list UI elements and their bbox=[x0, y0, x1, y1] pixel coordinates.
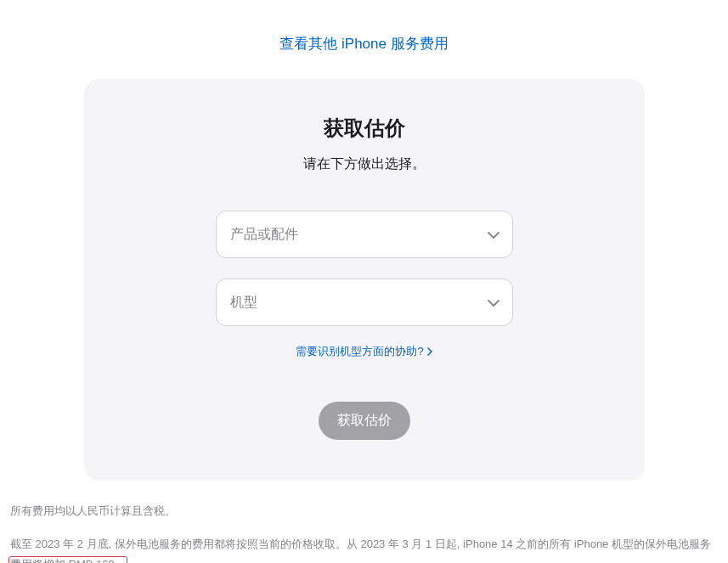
chevron-right-icon bbox=[427, 347, 432, 356]
identify-model-help-link[interactable]: 需要识别机型方面的协助? bbox=[296, 344, 432, 359]
product-select-placeholder: 产品或配件 bbox=[230, 226, 298, 244]
disclaimer-line1: 所有费用均以人民币计算且含税。 bbox=[10, 501, 718, 522]
other-iphone-services-link[interactable]: 查看其他 iPhone 服务费用 bbox=[279, 36, 448, 52]
model-select[interactable]: 机型 bbox=[216, 279, 513, 326]
help-link-label: 需要识别机型方面的协助? bbox=[296, 344, 423, 359]
disclaimer-section: 所有费用均以人民币计算且含税。 截至 2023 年 2 月底, 保外电池服务的费… bbox=[0, 481, 728, 563]
get-estimate-button[interactable]: 获取估价 bbox=[319, 402, 410, 440]
card-subtitle: 请在下方做出选择。 bbox=[118, 155, 611, 173]
product-select[interactable]: 产品或配件 bbox=[216, 211, 513, 258]
price-increase-highlight: 费用将增加 RMB 169。 bbox=[10, 558, 126, 563]
model-select-placeholder: 机型 bbox=[230, 294, 257, 312]
card-title: 获取估价 bbox=[118, 115, 611, 142]
estimate-card: 获取估价 请在下方做出选择。 产品或配件 机型 需要识别机型方面的协助? bbox=[84, 79, 645, 481]
disclaimer-line2: 截至 2023 年 2 月底, 保外电池服务的费用都将按照当前的价格收取。从 2… bbox=[10, 534, 718, 563]
